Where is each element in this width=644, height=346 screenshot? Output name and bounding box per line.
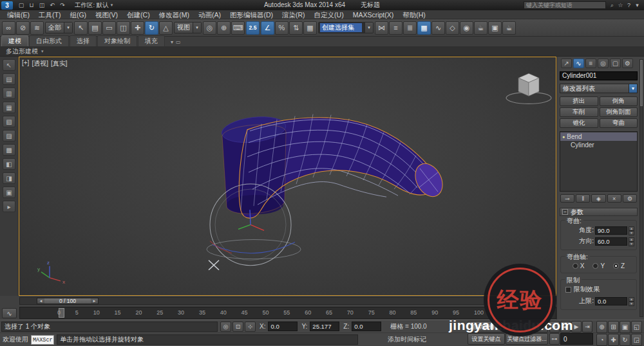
viewport-3d-scene[interactable]: x y z — [19, 57, 556, 295]
motion-tab[interactable]: ◎ — [598, 59, 609, 68]
layout-panel-icon[interactable]: ▣ — [3, 187, 15, 198]
menu-item[interactable]: 修改器(M) — [155, 10, 194, 19]
menu-item[interactable]: 创建(C) — [122, 10, 155, 19]
modifier-button[interactable]: 倒角剖面 — [600, 107, 638, 117]
set-key-button[interactable]: 设置关键点 — [468, 333, 505, 345]
unlink-selection-icon[interactable]: ⊘ — [16, 21, 30, 35]
previous-frame-icon[interactable]: ◀ — [560, 321, 571, 332]
ribbon-tab[interactable]: 自由形式 — [29, 35, 69, 46]
keyboard-override-icon[interactable]: ⌨ — [231, 21, 245, 35]
ribbon-tab[interactable]: 对象绘制 — [97, 35, 137, 46]
field-of-view-icon[interactable]: ◔ — [596, 334, 607, 346]
render-setup-icon[interactable]: ☕ — [474, 21, 488, 35]
ribbon-minimize-icon[interactable]: ▭ — [176, 39, 181, 45]
app-logo-icon[interactable]: 3 — [1, 1, 13, 10]
add-time-tag-button[interactable]: 添加时间标记 — [388, 335, 426, 344]
ribbon-show-dropdown-icon[interactable]: ▾ — [171, 39, 173, 45]
modifier-button[interactable]: 弯曲 — [600, 118, 638, 128]
layout-panel-icon[interactable]: ▩ — [3, 144, 15, 156]
modifier-button[interactable]: 车削 — [560, 107, 598, 117]
angle-snap-icon[interactable]: ∠ — [261, 21, 274, 35]
infocenter-search-input[interactable] — [524, 1, 606, 9]
spinner-snap-icon[interactable]: ⇅ — [289, 21, 303, 35]
layout-panel-icon[interactable]: ▧ — [3, 116, 15, 127]
select-and-scale-icon[interactable]: △ — [159, 21, 173, 35]
angle-field[interactable]: 90.0 — [595, 226, 627, 235]
remove-modifier-icon[interactable]: × — [607, 194, 621, 203]
absolute-offset-icon[interactable]: ⊹ — [245, 322, 256, 332]
upper-limit-spinner[interactable]: ▲▼ — [629, 297, 634, 305]
panel-scrollbar[interactable] — [639, 59, 643, 317]
display-tab[interactable]: ▢ — [610, 59, 621, 68]
save-icon[interactable]: ◫ — [37, 1, 46, 10]
angle-spinner[interactable]: ▲▼ — [629, 226, 634, 235]
selection-region-icon[interactable]: ▭ — [102, 21, 116, 35]
make-unique-icon[interactable]: ◈ — [591, 194, 605, 203]
key-mode-toggle-icon[interactable]: ⊶ — [549, 333, 560, 345]
ribbon-tab[interactable]: 填充 — [138, 35, 165, 46]
time-slider-track[interactable]: ◄ 0 / 100 ► — [19, 297, 555, 305]
time-slider-handle[interactable]: ◄ 0 / 100 ► — [37, 298, 99, 304]
use-pivot-center-icon[interactable]: ◎ — [203, 21, 216, 35]
utilities-tab[interactable]: ⚙ — [622, 59, 633, 68]
zoom-icon[interactable]: ⊕ — [596, 321, 607, 333]
modifier-stack-item[interactable]: ● Cylinder — [560, 141, 637, 149]
track-bar-ruler[interactable]: 0510152025303540455055606570758085909510… — [19, 307, 556, 319]
menu-item[interactable]: 自定义(U) — [310, 10, 348, 19]
view-cube[interactable] — [506, 73, 551, 104]
select-by-name-icon[interactable]: ▤ — [88, 21, 102, 35]
previous-frame-arrow-icon[interactable]: ◄ — [37, 298, 44, 304]
maximize-viewport-icon[interactable]: ◲ — [631, 334, 642, 346]
menu-item[interactable]: 组(G) — [65, 10, 91, 19]
infocenter-dropdown-icon[interactable]: ▾ — [633, 2, 641, 9]
redo-icon[interactable]: ↷ — [58, 1, 67, 10]
object-name-field[interactable]: Cylinder001 — [560, 71, 638, 80]
menu-item[interactable]: 编辑(E) — [3, 10, 34, 19]
menu-item[interactable]: 图形编辑器(D) — [225, 10, 278, 19]
ribbon-tab[interactable]: 选择 — [70, 35, 97, 46]
layout-panel-icon[interactable]: ▥ — [3, 87, 15, 99]
pointer-icon[interactable]: ↖ — [3, 59, 15, 71]
play-icon[interactable]: ▶ — [571, 321, 582, 332]
polygon-modeling-panel[interactable]: 多边形建模▾ — [2, 47, 48, 56]
menu-item[interactable]: 工具(T) — [34, 10, 65, 19]
auto-key-button[interactable]: 自动关键点 — [468, 321, 505, 332]
render-production-icon[interactable]: ☕ — [502, 21, 516, 35]
mirror-icon[interactable]: ⋈ — [375, 21, 388, 35]
reference-coordsys-dropdown[interactable]: 视图▾ — [174, 22, 202, 33]
modifier-stack[interactable]: ● Bend ● Cylinder — [560, 131, 638, 192]
mini-curve-editor-button[interactable]: ∿ — [2, 308, 17, 318]
go-to-start-icon[interactable]: ⇤ — [549, 321, 560, 332]
perspective-viewport[interactable]: [+] [透视] [真实] — [19, 57, 556, 296]
selected-filter-dropdown[interactable]: 选定对象▾ — [506, 321, 548, 332]
key-filters-button[interactable]: 关键点过滤器... — [506, 333, 548, 345]
selection-filter-dropdown[interactable]: 全部▾ — [45, 22, 73, 33]
select-and-move-icon[interactable]: ✚ — [131, 21, 144, 35]
bend-axis-radio[interactable]: Y — [592, 262, 605, 269]
y-coordinate-field[interactable]: 25.177 — [310, 322, 339, 331]
select-and-rotate-icon[interactable]: ↻ — [145, 21, 158, 35]
favorites-star-icon[interactable]: ☆ — [616, 2, 625, 9]
modify-tab[interactable]: ∿ — [573, 59, 584, 68]
next-frame-arrow-icon[interactable]: ► — [91, 298, 98, 304]
workspace-dropdown[interactable]: 工作区: 默认▾ — [72, 1, 115, 10]
schematic-view-icon[interactable]: ◇ — [446, 21, 459, 35]
percent-snap-icon[interactable]: % — [275, 21, 289, 35]
show-end-result-icon[interactable]: ‖ — [576, 194, 590, 203]
upper-limit-field[interactable]: 0.0 — [595, 297, 627, 305]
modifier-button[interactable]: 锥化 — [560, 118, 598, 128]
search-icon[interactable]: ⌕ — [608, 2, 616, 9]
viewport-menu-pov[interactable]: [透视] — [32, 59, 48, 68]
viewport-menu-shading[interactable]: [真实] — [51, 59, 68, 68]
maxscript-mini-listener[interactable]: MAXScr — [31, 335, 54, 345]
selection-lock-icon[interactable]: ⊡ — [232, 322, 243, 332]
rendered-frame-icon[interactable]: ▣ — [488, 21, 502, 35]
configure-modifier-sets-icon[interactable]: ⚙ — [623, 194, 637, 203]
hierarchy-tab[interactable]: ≡ — [585, 59, 596, 68]
select-and-manipulate-icon[interactable]: ⊕ — [217, 21, 231, 35]
ribbon-tab[interactable]: 建模 — [1, 35, 28, 46]
bend-object[interactable] — [220, 114, 448, 219]
x-coordinate-field[interactable]: 0.0 — [268, 322, 298, 331]
isolate-selection-icon[interactable]: ◎ — [220, 322, 231, 332]
select-and-link-icon[interactable]: ∞ — [2, 21, 15, 35]
